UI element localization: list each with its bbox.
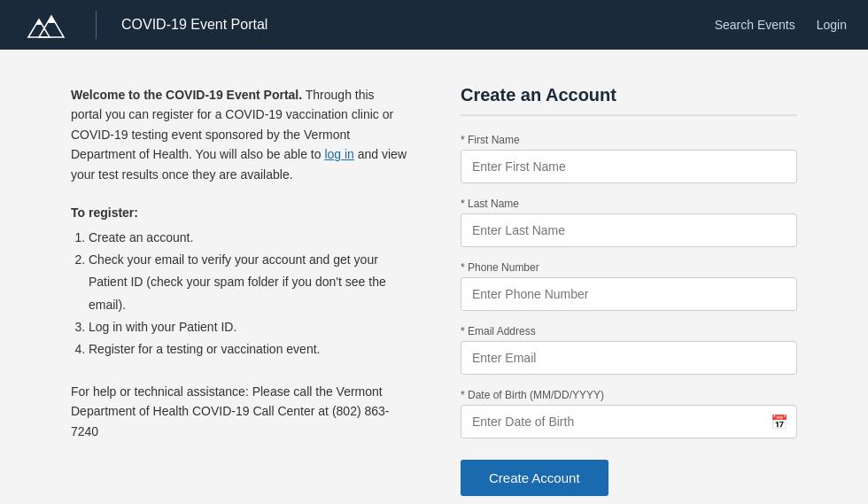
form-title: Create an Account	[461, 85, 797, 116]
register-step-4: Register for a testing or vaccination ev…	[89, 338, 407, 361]
portal-title: COVID-19 Event Portal	[121, 17, 267, 33]
calendar-icon: 📅	[771, 414, 788, 430]
search-events-link[interactable]: Search Events	[715, 18, 795, 32]
left-panel: Welcome to the COVID-19 Event Portal. Th…	[71, 85, 407, 496]
first-name-label: * First Name	[461, 134, 797, 146]
logo-area: COVID-19 Event Portal	[21, 7, 267, 43]
register-section: To register: Create an account. Check yo…	[71, 205, 407, 361]
dob-label: * Date of Birth (MM/DD/YYYY)	[461, 389, 797, 401]
log-in-link[interactable]: log in	[324, 147, 353, 161]
last-name-input[interactable]	[461, 213, 797, 247]
register-steps-list: Create an account. Check your email to v…	[89, 227, 407, 361]
last-name-group: * Last Name	[461, 198, 797, 247]
dob-input-wrapper: 📅	[461, 405, 797, 438]
welcome-paragraph: Welcome to the COVID-19 Event Portal. Th…	[71, 85, 407, 184]
login-link[interactable]: Login	[817, 18, 847, 32]
email-group: * Email Address	[461, 325, 797, 375]
first-name-group: * First Name	[461, 134, 797, 183]
email-input[interactable]	[461, 341, 797, 375]
dob-group: * Date of Birth (MM/DD/YYYY) 📅	[461, 389, 797, 438]
create-account-form: Create an Account * First Name * Last Na…	[461, 85, 797, 496]
last-name-label: * Last Name	[461, 198, 797, 210]
header: COVID-19 Event Portal Search Events Logi…	[0, 0, 868, 50]
phone-input[interactable]	[461, 277, 797, 311]
welcome-bold: Welcome to the COVID-19 Event Portal.	[71, 88, 302, 102]
main-content: Welcome to the COVID-19 Event Portal. Th…	[35, 85, 833, 496]
register-step-3: Log in with your Patient ID.	[89, 316, 407, 338]
register-step-2: Check your email to verify your account …	[89, 249, 407, 316]
register-step-1: Create an account.	[89, 227, 407, 249]
help-text: For help or technical assistance: Please…	[71, 382, 407, 441]
dob-input[interactable]	[461, 405, 797, 438]
phone-group: * Phone Number	[461, 261, 797, 311]
phone-label: * Phone Number	[461, 261, 797, 274]
register-heading: To register:	[71, 205, 407, 220]
header-nav: Search Events Login	[715, 18, 847, 32]
header-divider	[96, 11, 97, 39]
first-name-input[interactable]	[461, 150, 797, 183]
vermont-logo	[21, 7, 71, 43]
create-account-button[interactable]: Create Account	[461, 460, 608, 496]
email-label: * Email Address	[461, 325, 797, 337]
